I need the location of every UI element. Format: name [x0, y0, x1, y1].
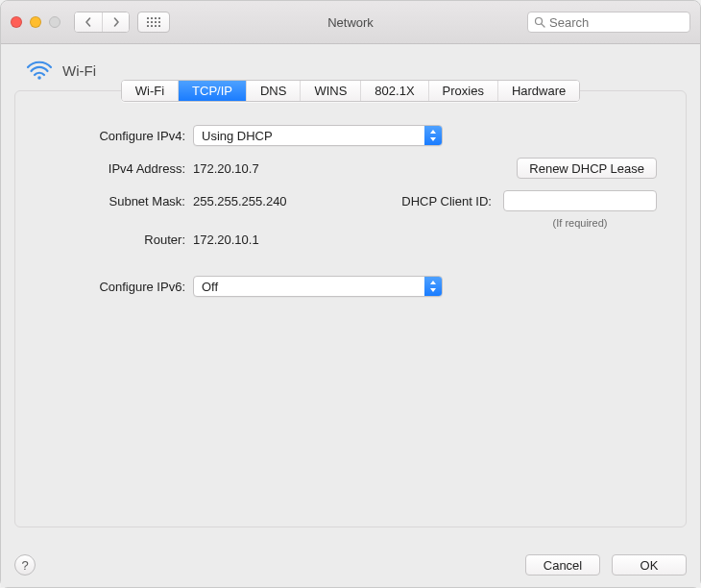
tabstrip: Wi-Fi TCP/IP DNS WINS 802.1X Proxies Har… [121, 80, 581, 102]
pane-title: Wi-Fi [62, 62, 96, 79]
dhcp-client-id-label: DHCP Client ID: [401, 194, 492, 208]
tab-tcpip[interactable]: TCP/IP [179, 81, 247, 101]
cancel-button[interactable]: Cancel [525, 554, 600, 576]
tab-wins[interactable]: WINS [301, 81, 361, 101]
ipv4-address-label: IPv4 Address: [44, 161, 193, 176]
subnet-mask-label: Subnet Mask: [44, 194, 193, 208]
tabs: Wi-Fi TCP/IP DNS WINS 802.1X Proxies Har… [15, 80, 686, 102]
tab-8021x[interactable]: 802.1X [361, 81, 428, 101]
tab-hardware[interactable]: Hardware [498, 81, 579, 101]
forward-button[interactable] [102, 12, 129, 32]
window-controls [11, 16, 60, 28]
minimize-window-button[interactable] [30, 16, 41, 28]
footer: ? Cancel OK [14, 554, 687, 576]
configure-ipv4-label: Configure IPv4: [44, 129, 193, 143]
tab-wifi[interactable]: Wi-Fi [122, 81, 179, 101]
router-label: Router: [44, 233, 193, 247]
wifi-icon [26, 60, 53, 81]
tcpip-form: Configure IPv4: Using DHCP IPv4 Address:… [15, 121, 686, 312]
close-window-button[interactable] [11, 16, 22, 28]
search-icon [534, 16, 545, 28]
configure-ipv6-popup[interactable]: Off [193, 276, 443, 297]
help-button[interactable]: ? [14, 554, 36, 576]
configure-ipv4-popup[interactable]: Using DHCP [193, 125, 443, 146]
search-input[interactable] [549, 15, 684, 30]
ok-button[interactable]: OK [612, 554, 687, 576]
dhcp-client-id-input[interactable] [503, 190, 657, 211]
popup-stepper-icon [424, 277, 442, 296]
svg-line-1 [542, 24, 544, 27]
configure-ipv6-value: Off [202, 280, 218, 294]
renew-dhcp-lease-button[interactable]: Renew DHCP Lease [517, 158, 657, 179]
chevron-right-icon [111, 17, 121, 27]
grid-icon [147, 17, 160, 27]
show-all-button[interactable] [137, 12, 170, 33]
router-value: 172.20.10.1 [193, 233, 259, 247]
titlebar: Network [1, 1, 700, 44]
subnet-mask-value: 255.255.255.240 [193, 194, 287, 208]
popup-stepper-icon [424, 126, 442, 145]
ipv4-address-value: 172.20.10.7 [193, 161, 259, 176]
tab-dns[interactable]: DNS [247, 81, 301, 101]
tab-proxies[interactable]: Proxies [429, 81, 498, 101]
dhcp-client-id-hint: (If required) [503, 217, 657, 229]
nav-back-forward [74, 12, 130, 33]
configure-ipv4-value: Using DHCP [202, 129, 273, 143]
settings-panel: Wi-Fi TCP/IP DNS WINS 802.1X Proxies Har… [14, 90, 687, 527]
chevron-left-icon [84, 17, 93, 27]
search-field[interactable] [527, 12, 690, 33]
zoom-window-button[interactable] [49, 16, 60, 28]
configure-ipv6-label: Configure IPv6: [44, 280, 193, 294]
preferences-window: Network Wi-Fi Wi-Fi TCP/IP DNS WINS [0, 0, 701, 588]
content-area: Wi-Fi Wi-Fi TCP/IP DNS WINS 802.1X Proxi… [1, 44, 700, 587]
back-button[interactable] [75, 12, 102, 32]
